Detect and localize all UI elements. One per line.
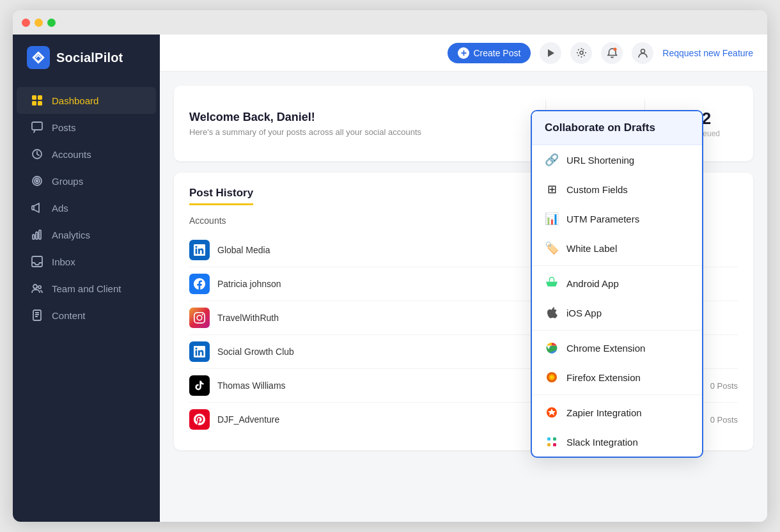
svg-rect-5 — [32, 122, 42, 130]
notifications-button[interactable] — [601, 42, 623, 64]
svg-point-18 — [580, 51, 583, 54]
traffic-lights — [22, 19, 56, 27]
book-icon — [31, 309, 43, 322]
sidebar-item-label-groups: Groups — [52, 176, 83, 187]
play-button[interactable] — [540, 42, 561, 64]
sidebar-item-ads[interactable]: Ads — [17, 194, 156, 221]
fields-icon: ⊞ — [545, 182, 559, 196]
sidebar-item-label-analytics: Analytics — [52, 230, 90, 240]
sidebar: SocialPilot Dashboard Posts Accounts — [13, 35, 160, 522]
svg-rect-10 — [33, 235, 35, 239]
pinterest-avatar — [189, 409, 210, 430]
dropdown-item-url-shortening[interactable]: 🔗 URL Shortening — [532, 145, 702, 175]
welcome-title: Welcome Back, Daniel! — [189, 111, 545, 124]
inbox-icon — [31, 255, 43, 268]
linkedin-avatar — [189, 240, 210, 260]
create-post-button[interactable]: + Create Post — [448, 43, 531, 63]
sidebar-item-label-team: Team and Client — [52, 283, 121, 294]
dropdown-menu: Collaborate on Drafts 🔗 URL Shortening ⊞… — [531, 110, 703, 458]
sidebar-item-dashboard[interactable]: Dashboard — [17, 87, 156, 114]
dropdown-header: Collaborate on Drafts — [532, 111, 702, 145]
dropdown-label-zapier-integration: Zapier Integration — [566, 407, 642, 418]
svg-point-24 — [550, 280, 551, 281]
sidebar-item-label-ads: Ads — [52, 203, 68, 214]
android-icon — [545, 276, 559, 290]
sidebar-item-accounts[interactable]: Accounts — [17, 141, 156, 168]
sidebar-item-posts[interactable]: Posts — [17, 114, 156, 141]
svg-rect-11 — [36, 232, 38, 239]
comment-icon — [31, 121, 43, 134]
svg-rect-16 — [33, 310, 41, 320]
divider-3 — [532, 395, 702, 395]
sidebar-item-label-content: Content — [52, 310, 86, 321]
plus-circle-icon: + — [458, 47, 469, 59]
dropdown-item-slack-integration[interactable]: Slack Integration — [532, 427, 702, 457]
divider-1 — [532, 265, 702, 266]
svg-point-20 — [641, 49, 644, 53]
request-feature-link[interactable]: Reqquest new Feature — [662, 48, 753, 58]
svg-rect-34 — [553, 443, 556, 446]
grid-icon — [31, 94, 43, 107]
sidebar-item-groups[interactable]: Groups — [17, 168, 156, 194]
svg-rect-33 — [547, 443, 550, 446]
sidebar-item-label-inbox: Inbox — [52, 256, 75, 267]
sidebar-item-content[interactable]: Content — [17, 302, 156, 329]
dropdown-item-ios-app[interactable]: iOS App — [532, 298, 702, 327]
dropdown-item-zapier-integration[interactable]: Zapier Integration — [532, 398, 702, 427]
dropdown-label-ios-app: iOS App — [566, 308, 602, 318]
dropdown-item-utm-parameters[interactable]: 📊 UTM Parameters — [532, 204, 702, 233]
dropdown-label-android-app: Android App — [566, 278, 619, 289]
profile-button[interactable] — [632, 42, 653, 64]
dropdown-item-custom-fields[interactable]: ⊞ Custom Fields — [532, 175, 702, 204]
logo-icon — [27, 46, 50, 69]
chrome-icon — [545, 341, 559, 355]
dropdown-overlay: Collaborate on Drafts 🔗 URL Shortening ⊞… — [531, 110, 703, 458]
svg-rect-1 — [32, 95, 36, 100]
svg-point-14 — [33, 285, 37, 288]
svg-rect-31 — [547, 437, 550, 441]
bar-chart-icon — [31, 228, 43, 241]
svg-point-19 — [613, 48, 616, 51]
utm-icon: 📊 — [545, 212, 559, 226]
dropdown-item-chrome-extension[interactable]: Chrome Extension — [532, 333, 702, 363]
divider-2 — [532, 330, 702, 331]
dropdown-item-android-app[interactable]: Android App — [532, 269, 702, 298]
create-post-label: Create Post — [473, 48, 520, 58]
logo-text: SocialPilot — [56, 51, 123, 65]
tiktok-avatar — [189, 375, 210, 396]
close-button[interactable] — [22, 19, 30, 27]
megaphone-icon — [31, 201, 43, 214]
minimize-button[interactable] — [35, 19, 43, 27]
label-icon: 🏷️ — [545, 241, 559, 255]
linkedin-avatar-2 — [189, 341, 210, 362]
dropdown-item-white-label[interactable]: 🏷️ White Label — [532, 233, 702, 263]
dropdown-label-white-label: White Label — [566, 243, 617, 254]
svg-point-15 — [38, 286, 41, 288]
dropdown-item-firefox-extension[interactable]: Firefox Extension — [532, 363, 702, 392]
svg-point-30 — [550, 375, 554, 379]
svg-rect-4 — [38, 101, 42, 106]
svg-rect-3 — [32, 101, 36, 106]
svg-point-9 — [36, 180, 38, 182]
settings-button[interactable] — [570, 42, 592, 64]
header: + Create Post Reqquest new Feature — [160, 35, 767, 72]
content-area: Welcome Back, Daniel! Here's a summary o… — [160, 72, 767, 522]
sidebar-item-team-client[interactable]: Team and Client — [17, 275, 156, 302]
target-icon — [31, 175, 43, 187]
dropdown-label-firefox-extension: Firefox Extension — [566, 372, 641, 383]
svg-marker-17 — [548, 49, 554, 57]
sidebar-logo: SocialPilot — [13, 46, 160, 87]
sidebar-item-inbox[interactable]: Inbox — [17, 248, 156, 275]
welcome-text: Welcome Back, Daniel! Here's a summary o… — [189, 111, 545, 137]
app-window: SocialPilot Dashboard Posts Accounts — [13, 10, 767, 522]
svg-rect-12 — [39, 230, 41, 239]
dropdown-label-url-shortening: URL Shortening — [566, 155, 634, 166]
post-history-title: Post History — [189, 187, 253, 205]
slack-icon — [545, 435, 559, 449]
sidebar-item-label-posts: Posts — [52, 122, 76, 133]
users-icon — [31, 282, 43, 295]
sidebar-item-label-dashboard: Dashboard — [52, 95, 98, 106]
svg-point-25 — [553, 280, 554, 281]
maximize-button[interactable] — [47, 19, 56, 27]
sidebar-item-analytics[interactable]: Analytics — [17, 221, 156, 248]
